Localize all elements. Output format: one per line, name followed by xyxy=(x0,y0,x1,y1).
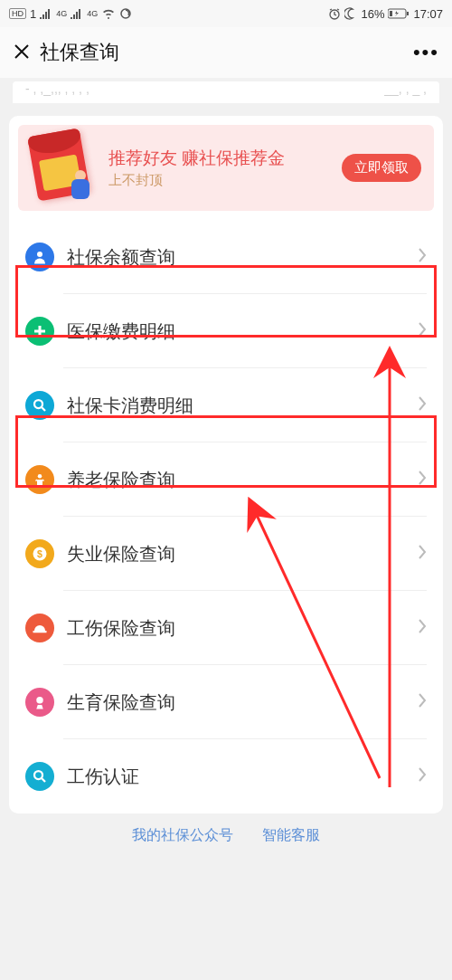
items-list: 社保余额查询 医保缴费明细 社保卡消费明细 养老保险查询 $ 失业保险查询 工伤… xyxy=(9,220,443,813)
status-bar: HD 1 4G 4G 16% 17:07 xyxy=(0,0,452,27)
list-item[interactable]: 生育保险查询 xyxy=(9,665,443,739)
person-icon xyxy=(25,465,54,494)
status-right: 16% 17:07 xyxy=(328,7,443,21)
chevron-right-icon xyxy=(418,766,427,786)
person-icon xyxy=(68,170,95,206)
footer-links: 我的社保公众号 智能客服 xyxy=(0,813,452,858)
battery-icon xyxy=(388,8,410,19)
item-label: 社保余额查询 xyxy=(67,245,418,270)
footer-link-account[interactable]: 我的社保公众号 xyxy=(132,827,233,842)
hardhat-icon xyxy=(25,614,54,642)
item-label: 失业保险查询 xyxy=(67,542,418,566)
top-hint: - , ,_,,, , , , , __, , _ , xyxy=(13,81,439,103)
chevron-right-icon xyxy=(418,618,427,638)
promo-title-b: 赚社保推荐金 xyxy=(182,148,285,167)
wifi-icon xyxy=(101,8,116,19)
top-hint-right: __, , _ , xyxy=(384,81,427,96)
svg-point-12 xyxy=(34,771,42,779)
plus-icon xyxy=(25,317,54,346)
chevron-right-icon xyxy=(418,692,427,712)
signal-icon xyxy=(40,8,52,19)
list-item[interactable]: 医保缴费明细 xyxy=(9,294,443,368)
signal2-icon xyxy=(71,8,83,19)
svg-rect-3 xyxy=(390,11,392,16)
more-icon[interactable]: ••• xyxy=(413,41,439,64)
status-left: HD 1 4G 4G xyxy=(9,7,132,21)
claim-button[interactable]: 立即领取 xyxy=(342,154,421,182)
swirl-icon xyxy=(119,7,132,20)
time-label: 17:07 xyxy=(413,7,443,21)
chevron-right-icon xyxy=(418,395,427,415)
list-item[interactable]: 养老保险查询 xyxy=(9,442,443,517)
list-item[interactable]: $ 失业保险查询 xyxy=(9,517,443,591)
svg-text:$: $ xyxy=(37,548,42,559)
user-icon xyxy=(25,243,54,271)
sim-indicator: 1 xyxy=(30,7,36,21)
main-card: 推荐好友 赚社保推荐金 上不封顶 立即领取 社保余额查询 医保缴费明细 社保卡消… xyxy=(9,116,443,813)
moon-icon xyxy=(344,7,357,20)
item-label: 生育保险查询 xyxy=(67,690,418,715)
svg-rect-10 xyxy=(33,631,47,633)
svg-point-5 xyxy=(37,252,42,257)
chevron-right-icon xyxy=(418,544,427,564)
search-icon xyxy=(25,762,54,791)
net2-label: 4G xyxy=(87,9,98,18)
promo-title: 推荐好友 赚社保推荐金 xyxy=(108,147,342,170)
footer-link-service[interactable]: 智能客服 xyxy=(262,827,320,842)
nav-bar: 社保查询 ••• xyxy=(0,27,452,78)
list-item[interactable]: 社保余额查询 xyxy=(9,220,443,294)
list-item[interactable]: 工伤保险查询 xyxy=(9,591,443,665)
search-icon xyxy=(25,391,54,420)
chevron-right-icon xyxy=(418,321,427,341)
item-label: 医保缴费明细 xyxy=(67,319,418,344)
chevron-right-icon xyxy=(418,247,427,267)
hd-badge: HD xyxy=(9,8,26,19)
svg-rect-4 xyxy=(407,12,409,15)
alarm-icon xyxy=(328,7,341,20)
battery-pct: 16% xyxy=(361,7,384,21)
svg-point-7 xyxy=(38,474,42,479)
promo-text: 推荐好友 赚社保推荐金 上不封顶 xyxy=(108,147,342,189)
page-title: 社保查询 xyxy=(40,39,413,66)
item-label: 社保卡消费明细 xyxy=(67,394,418,418)
promo-banner[interactable]: 推荐好友 赚社保推荐金 上不封顶 立即领取 xyxy=(18,125,434,211)
svg-point-11 xyxy=(36,697,43,704)
list-item[interactable]: 社保卡消费明细 xyxy=(9,368,443,442)
promo-title-a: 推荐好友 xyxy=(108,148,182,167)
item-label: 养老保险查询 xyxy=(67,468,418,492)
item-label: 工伤保险查询 xyxy=(67,616,418,641)
list-item[interactable]: 工伤认证 xyxy=(9,739,443,813)
promo-subtitle: 上不封顶 xyxy=(108,172,342,189)
chevron-right-icon xyxy=(418,470,427,490)
net1-label: 4G xyxy=(56,9,67,18)
coin-icon: $ xyxy=(25,539,54,568)
promo-illustration xyxy=(18,125,108,211)
close-icon[interactable] xyxy=(13,39,40,67)
svg-point-6 xyxy=(34,400,42,408)
top-hint-left: - , ,_,,, , , , , xyxy=(25,81,384,96)
baby-icon xyxy=(25,688,54,717)
item-label: 工伤认证 xyxy=(67,765,418,789)
